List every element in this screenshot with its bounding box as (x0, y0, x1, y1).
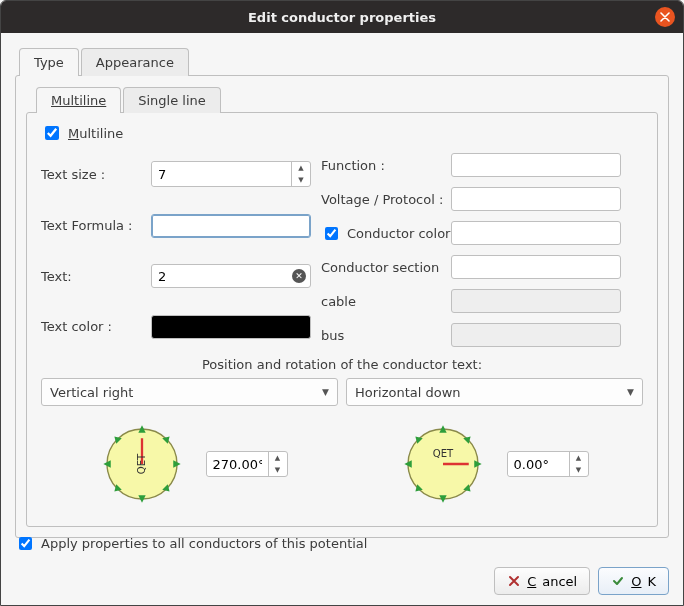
horizontal-select-label: Horizontal down (355, 385, 461, 400)
button-row: Cancel OK (15, 567, 669, 595)
text-color-label: Text color : (41, 319, 151, 334)
multiline-checkbox[interactable] (45, 126, 59, 140)
type-panel: Multiline Single line Multiline Text siz… (15, 75, 669, 538)
text-formula-input[interactable] (151, 214, 311, 238)
conductor-color-label: Conductor color (347, 226, 450, 241)
text-color-swatch[interactable] (151, 315, 311, 339)
bus-label: bus (321, 328, 451, 343)
rotation-selects: Vertical right ▼ Horizontal down ▼ (41, 378, 643, 406)
horizontal-dial-group: QET ▲▼ (397, 418, 589, 510)
dialog-window: Edit conductor properties Type Appearanc… (0, 0, 684, 606)
ok-button[interactable]: OK (598, 567, 669, 595)
vertical-angle-spinner[interactable]: ▲▼ (206, 451, 288, 477)
horizontal-angle-spinner[interactable]: ▲▼ (507, 451, 589, 477)
text-size-input[interactable] (152, 162, 291, 186)
form-columns: Text size : ▲▼ Text Formula : Text: ✕ (41, 153, 643, 347)
spin-up-icon[interactable]: ▲ (292, 162, 310, 174)
text-size-label: Text size : (41, 167, 151, 182)
cable-label: cable (321, 294, 451, 309)
voltage-label: Voltage / Protocol : (321, 192, 451, 207)
horizontal-angle-input[interactable] (508, 452, 569, 476)
text-size-spinner[interactable]: ▲▼ (151, 161, 311, 187)
bus-input (451, 323, 621, 347)
conductor-section-label: Conductor section (321, 260, 451, 275)
voltage-input[interactable] (451, 187, 621, 211)
right-column: Function : Voltage / Protocol : Conducto… (321, 153, 621, 347)
subtab-multiline[interactable]: Multiline (36, 87, 121, 113)
vertical-select[interactable]: Vertical right ▼ (41, 378, 338, 406)
chevron-down-icon: ▼ (627, 387, 634, 397)
vertical-angle-input[interactable] (207, 452, 268, 476)
titlebar: Edit conductor properties (1, 1, 683, 33)
subtab-singleline[interactable]: Single line (123, 87, 221, 113)
function-input[interactable] (451, 153, 621, 177)
apply-all-checkbox[interactable] (19, 537, 32, 550)
conductor-section-input[interactable] (451, 255, 621, 279)
rotation-section-title: Position and rotation of the conductor t… (41, 357, 643, 372)
spin-down-icon[interactable]: ▼ (570, 464, 588, 476)
cancel-icon (507, 574, 521, 588)
vertical-dial[interactable]: QET (96, 418, 188, 510)
spin-up-icon[interactable]: ▲ (269, 452, 287, 464)
multiline-checkbox-row: Multiline (41, 123, 643, 143)
sub-tabs: Multiline Single line (36, 86, 658, 112)
multiline-checkbox-label: Multiline (68, 126, 123, 141)
left-column: Text size : ▲▼ Text Formula : Text: ✕ (41, 153, 311, 347)
conductor-color-row: Conductor color (321, 224, 451, 243)
cancel-button[interactable]: Cancel (494, 567, 590, 595)
footer: Apply properties to all conductors of th… (15, 534, 669, 595)
cable-input (451, 289, 621, 313)
conductor-color-checkbox[interactable] (325, 227, 338, 240)
clear-icon[interactable]: ✕ (292, 269, 306, 283)
window-title: Edit conductor properties (248, 10, 436, 25)
multiline-panel: Multiline Text size : ▲▼ Text Formula : … (26, 112, 658, 527)
chevron-down-icon: ▼ (322, 387, 329, 397)
main-tabs: Type Appearance (19, 47, 669, 75)
apply-all-label: Apply properties to all conductors of th… (41, 536, 367, 551)
content-area: Type Appearance Multiline Single line Mu… (1, 33, 683, 548)
spin-down-icon[interactable]: ▼ (292, 174, 310, 186)
rotation-dials: QET ▲▼ QET (41, 418, 643, 510)
vertical-dial-group: QET ▲▼ (96, 418, 288, 510)
spin-down-icon[interactable]: ▼ (269, 464, 287, 476)
apply-row: Apply properties to all conductors of th… (15, 534, 669, 553)
svg-text:QET: QET (432, 448, 453, 459)
vertical-select-label: Vertical right (50, 385, 133, 400)
text-formula-label: Text Formula : (41, 218, 151, 233)
function-label: Function : (321, 158, 451, 173)
svg-text:QET: QET (136, 453, 147, 474)
horizontal-select[interactable]: Horizontal down ▼ (346, 378, 643, 406)
ok-icon (611, 574, 625, 588)
tab-appearance[interactable]: Appearance (81, 48, 189, 76)
horizontal-dial[interactable]: QET (397, 418, 489, 510)
tab-type[interactable]: Type (19, 48, 79, 76)
close-icon[interactable] (655, 7, 675, 27)
text-input[interactable] (151, 264, 311, 288)
text-label: Text: (41, 269, 151, 284)
conductor-color-swatch[interactable] (451, 221, 621, 245)
text-input-wrapper: ✕ (151, 264, 311, 288)
spin-up-icon[interactable]: ▲ (570, 452, 588, 464)
